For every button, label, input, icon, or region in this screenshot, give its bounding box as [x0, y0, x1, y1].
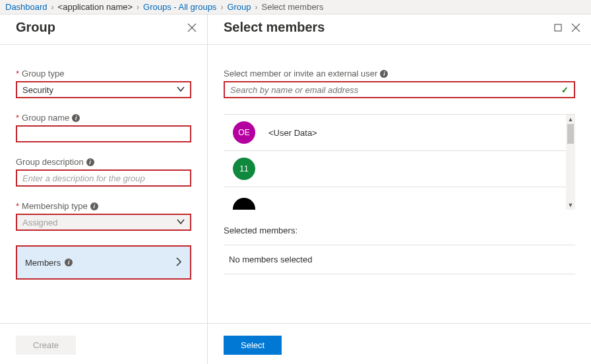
group-description-input-wrap [16, 169, 191, 187]
breadcrumb-current: Select members [262, 2, 324, 12]
membership-type-label: Membership type [22, 201, 88, 211]
close-icon[interactable] [571, 23, 580, 32]
check-icon: ✓ [561, 85, 569, 95]
group-name-input[interactable] [22, 129, 185, 139]
breadcrumb-groups[interactable]: Groups - All groups [143, 2, 216, 12]
maximize-icon[interactable] [554, 24, 562, 32]
info-icon: i [65, 258, 73, 266]
select-members-panel: Select members Select member or invite a… [208, 15, 591, 364]
group-name-field: * Group name i [16, 113, 191, 142]
member-name: <User Data> [268, 128, 317, 138]
breadcrumb-app: <application name> [58, 2, 133, 12]
members-row[interactable]: Members i [16, 245, 191, 280]
group-description-input[interactable] [22, 173, 185, 183]
chevron-right-icon: › [137, 3, 139, 12]
membership-type-select[interactable]: Assigned [16, 214, 191, 231]
group-type-field: * Group type Security [16, 69, 191, 98]
svg-rect-0 [555, 24, 561, 31]
group-description-label: Group description [16, 157, 84, 167]
group-type-label: Group type [22, 69, 64, 78]
selected-members-label: Selected members: [224, 226, 575, 235]
membership-type-field: * Membership type i Assigned [16, 201, 191, 231]
group-type-value: Security [22, 85, 53, 95]
group-description-field: Group description i [16, 157, 191, 187]
group-panel: Group * Group type Security [0, 15, 208, 364]
group-panel-header: Group [0, 15, 207, 45]
avatar: OE [233, 121, 255, 144]
member-list: OE <User Data> 11 ▲ ▼ [224, 114, 575, 210]
group-name-label: Group name [22, 113, 69, 123]
chevron-right-icon: › [255, 3, 258, 12]
member-search-wrap: ✓ [224, 81, 575, 98]
select-members-title: Select members [224, 20, 325, 35]
select-members-footer: Select [208, 323, 591, 364]
member-row[interactable] [224, 187, 575, 210]
chevron-down-icon [177, 218, 185, 228]
member-search-input[interactable] [230, 85, 561, 95]
info-icon[interactable]: i [90, 202, 98, 210]
breadcrumb-dashboard[interactable]: Dashboard [5, 2, 47, 12]
group-panel-title: Group [16, 20, 55, 35]
group-panel-footer: Create [0, 323, 207, 364]
chevron-down-icon [177, 85, 185, 95]
select-members-header: Select members [208, 15, 591, 45]
avatar [233, 198, 255, 210]
member-row[interactable]: OE <User Data> [224, 115, 575, 151]
chevron-right-icon [175, 257, 182, 268]
info-icon[interactable]: i [380, 70, 388, 78]
breadcrumb-group[interactable]: Group [227, 2, 251, 12]
close-icon[interactable] [187, 23, 197, 32]
group-name-input-wrap [16, 125, 191, 142]
info-icon[interactable]: i [86, 158, 94, 166]
scroll-thumb[interactable] [567, 124, 574, 144]
info-icon[interactable]: i [72, 114, 80, 122]
required-marker: * [16, 113, 19, 123]
group-type-select[interactable]: Security [16, 81, 191, 98]
breadcrumb: Dashboard › <application name> › Groups … [0, 0, 591, 15]
scroll-down-icon[interactable]: ▼ [566, 200, 575, 210]
no-members-text: No members selected [224, 245, 575, 274]
required-marker: * [16, 201, 19, 211]
member-row[interactable]: 11 [224, 151, 575, 187]
members-label: Members [25, 258, 61, 268]
scrollbar[interactable]: ▲ ▼ [566, 115, 575, 210]
avatar: 11 [233, 158, 255, 180]
chevron-right-icon: › [220, 3, 223, 12]
create-button[interactable]: Create [16, 336, 76, 355]
required-marker: * [16, 69, 19, 78]
select-button[interactable]: Select [224, 336, 282, 355]
scroll-up-icon[interactable]: ▲ [566, 115, 575, 124]
search-label: Select member or invite an external user [224, 69, 377, 78]
chevron-right-icon: › [51, 3, 54, 12]
membership-type-value: Assigned [22, 218, 57, 228]
